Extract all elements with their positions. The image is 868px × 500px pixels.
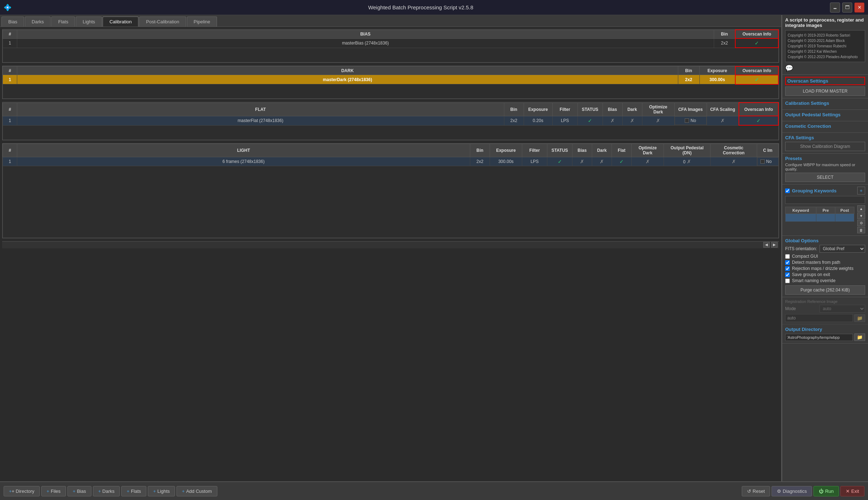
minimize-button[interactable]: 🗕 [830,3,840,13]
output-pedestal-title[interactable]: Output Pedestal Settings [785,112,865,117]
files-icon: + [47,489,49,494]
grouping-keywords-title: Grouping Keywords [792,188,836,193]
kw-post-input[interactable] [838,215,852,220]
table-row: 1 masterDark (2748x1836) 2x2 300.00s ✓ [3,75,779,84]
diagnostics-icon: ⚙ [777,489,781,494]
tab-lights[interactable]: Lights [76,17,102,27]
table-row: 1 masterBias (2748x1836) 2x2 ✓ [3,38,779,48]
load-from-master-button[interactable]: LOAD FROM MASTER [785,87,865,96]
titlebar: 💠 Weighted Batch Preprocessing Script v2… [0,0,868,15]
right-panel: A script to preprocess, register and int… [782,15,868,481]
kw-delete-button[interactable]: 🗑 [857,227,865,233]
tab-calibration[interactable]: Calibration [103,17,138,27]
add-keyword-button[interactable]: + [857,187,865,195]
horizontal-scrollbar[interactable]: ◀ ▶ [2,241,779,248]
keyword-table: Keyword Pre Post [785,207,854,222]
tab-bias[interactable]: Bias [1,17,24,27]
global-options-title: Global Options [785,238,865,243]
overscan-settings-title[interactable]: Overscan Settings [785,77,865,85]
flats-icon: + [127,489,129,494]
smart-naming-row: Smart naming override [785,278,865,283]
smart-naming-checkbox[interactable] [785,279,790,283]
flat-col-status: STATUS [577,103,603,116]
flat-col-optimize: Optimize Dark [642,103,674,116]
exit-icon: ✕ [846,489,850,494]
add-custom-button[interactable]: + Add Custom [176,486,217,496]
tab-post-calibration[interactable]: Post-Calibration [139,17,186,27]
show-calibration-diagram-button[interactable]: Show Calibration Diagram [785,142,865,151]
cosmetic-correction-title[interactable]: Cosmetic Correction [785,123,865,129]
select-button[interactable]: SELECT [785,173,865,182]
chat-icon[interactable]: 💬 [785,64,793,72]
scroll-right-button[interactable]: ▶ [771,242,778,248]
kw-col-post: Post [835,207,854,214]
light-col-dark: Dark [592,144,612,157]
light-col-bias: Bias [572,144,592,157]
darks-button[interactable]: + Darks [93,486,120,496]
dark-col-name: DARK [17,66,678,75]
kw-keyword-input[interactable] [788,215,814,220]
bias-col-bin: Bin [714,30,735,38]
compact-gui-row: Compact GUI [785,254,865,259]
cfa-settings-title[interactable]: CFA Settings [785,135,865,140]
flat-col-name: FLAT [17,103,504,116]
purge-cache-button[interactable]: Purge cache (262.04 KiB) [785,285,865,295]
reg-ref-section: Registration Reference Image Mode auto m… [782,297,868,324]
scroll-left-button[interactable]: ◀ [763,242,770,248]
mode-folder-button[interactable]: 📁 [854,314,865,322]
overscan-settings-section: Overscan Settings LOAD FROM MASTER [782,75,868,98]
bias-icon: + [73,489,76,494]
dark-col-exposure: Exposure [699,66,735,75]
close-button[interactable]: ✕ [854,3,864,13]
light-section: # LIGHT Bin Exposure Filter STATUS Bias … [2,143,779,238]
detect-masters-row: Detect masters from path [785,260,865,265]
output-dir-input[interactable] [785,334,853,341]
light-spacer [3,166,779,238]
calibration-settings-title[interactable]: Calibration Settings [785,101,865,106]
fits-orientation-row: FITS orientation: Global Pref Normal Fli… [785,245,865,253]
bias-spacer [3,48,779,62]
directory-icon: + [9,489,12,494]
kw-up-button[interactable]: ▲ [857,205,865,212]
run-button[interactable]: ⏻ Run [813,486,839,496]
kw-input-row [786,214,854,222]
mode-text-input[interactable] [785,314,853,322]
save-groups-row: Save groups on exit [785,272,865,277]
detect-masters-checkbox[interactable] [785,260,790,265]
tab-darks[interactable]: Darks [25,17,51,27]
app-icon: 💠 [4,4,11,11]
kw-down-button[interactable]: ▼ [857,212,865,219]
light-col-cosmetic: Cosmetic Correction [711,144,757,157]
bias-section: # BIAS Bin Overscan Info 1 masterBias (2… [2,29,779,63]
kw-gear-button[interactable]: ⚙ [857,220,865,226]
lights-button[interactable]: + Lights [148,486,175,496]
directory-button[interactable]: + + Directory [4,486,40,496]
compact-gui-checkbox[interactable] [785,254,790,259]
rejection-maps-checkbox[interactable] [785,266,790,271]
dark-col-overscan: Overscan Info [735,66,778,75]
grouping-keywords-section: Grouping Keywords + Keyword Pre Post [782,184,868,236]
tab-flats[interactable]: Flats [51,17,75,27]
light-col-pedestal: Output Pedestal (DN) [664,144,711,157]
tab-pipeline[interactable]: Pipeline [187,17,217,27]
mode-select[interactable]: auto manual [820,305,865,313]
bias-col-num: # [3,30,17,38]
maximize-button[interactable]: 🗖 [842,3,852,13]
flats-button[interactable]: + Flats [121,486,146,496]
grouping-keywords-checkbox[interactable] [785,188,790,193]
table-row: 1 6 frames (2748x1836) 2x2 300.00s LPS ✓… [3,157,779,166]
table-row: 1 masterFlat (2748x1836) 2x2 0.20s LPS ✓… [3,116,779,125]
fits-orientation-select[interactable]: Global Pref Normal Flipped [820,245,865,253]
reset-button[interactable]: ↺ Reset [742,486,770,496]
flat-col-dark: Dark [622,103,642,116]
script-description: A script to preprocess, register and int… [785,17,865,28]
keyword-text-input[interactable] [785,196,865,204]
output-dir-folder-button[interactable]: 📁 [854,333,865,341]
files-button[interactable]: + Files [41,486,66,496]
exit-button[interactable]: ✕ Exit [840,486,864,496]
kw-pre-input[interactable] [819,215,833,220]
bias-button[interactable]: + Bias [67,486,91,496]
presets-section: Presets Configure WBPP for maximum speed… [782,154,868,184]
diagnostics-button[interactable]: ⚙ Diagnostics [772,486,812,496]
save-groups-checkbox[interactable] [785,272,790,277]
